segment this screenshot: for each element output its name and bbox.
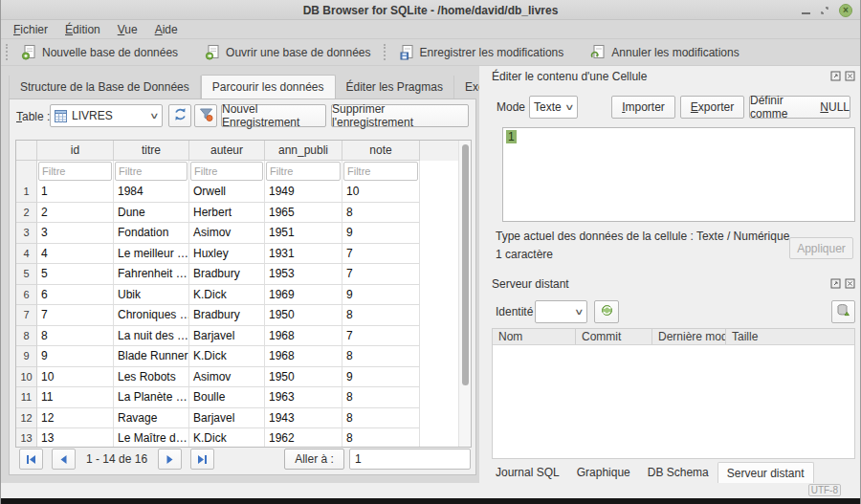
- cell[interactable]: Le Maître d…: [114, 428, 189, 448]
- cell[interactable]: 7: [342, 326, 420, 347]
- cell[interactable]: 8: [342, 387, 420, 408]
- cell[interactable]: 11: [37, 387, 114, 408]
- cell[interactable]: 3: [37, 223, 114, 244]
- cell[interactable]: 8: [342, 203, 420, 224]
- toolbar-handle[interactable]: [384, 44, 386, 60]
- close-panel-icon[interactable]: [845, 71, 855, 81]
- filter-input-auteur[interactable]: [190, 162, 263, 181]
- close-icon[interactable]: ×: [839, 4, 852, 17]
- float-panel-icon[interactable]: [830, 278, 841, 289]
- minimize-icon[interactable]: [802, 6, 810, 14]
- row-number[interactable]: 9: [16, 346, 37, 367]
- cell[interactable]: Asimov: [189, 223, 265, 244]
- cell[interactable]: 2: [37, 203, 114, 224]
- row-number[interactable]: 11: [16, 387, 37, 408]
- cell[interactable]: 4: [37, 244, 114, 265]
- cell[interactable]: 9: [342, 285, 420, 306]
- cell[interactable]: 6: [37, 285, 114, 306]
- cell[interactable]: 1950: [265, 367, 342, 388]
- mode-select[interactable]: Texte ∨: [529, 96, 578, 119]
- cell[interactable]: 9: [342, 367, 420, 388]
- cell[interactable]: K.Dick: [189, 346, 265, 367]
- filter-input-id[interactable]: [38, 162, 112, 181]
- cell[interactable]: Chroniques …: [114, 305, 189, 326]
- cell[interactable]: 9: [342, 223, 420, 244]
- open-database-button[interactable]: Ouvrir une base de données: [197, 41, 378, 63]
- goto-input[interactable]: 1: [349, 449, 471, 470]
- row-number[interactable]: 5: [16, 264, 37, 285]
- cell[interactable]: Fondation: [114, 223, 189, 244]
- remote-column-nom[interactable]: Nom: [493, 329, 576, 344]
- new-database-button[interactable]: Nouvelle base de données: [13, 41, 186, 63]
- table-select[interactable]: LIVRES ∨: [50, 104, 163, 127]
- filter-input-titre[interactable]: [115, 162, 188, 181]
- close-panel-icon[interactable]: [845, 278, 855, 289]
- tab-browse-data[interactable]: Parcourir les données: [201, 75, 336, 99]
- cell[interactable]: 1950: [265, 305, 342, 326]
- menu-aide[interactable]: Aide: [146, 21, 187, 38]
- tab-structure[interactable]: Structure de la Base de Données: [9, 76, 201, 99]
- remote-column-commit[interactable]: Commit: [576, 329, 652, 344]
- cell[interactable]: 13: [37, 428, 114, 448]
- column-header-ann-publi[interactable]: ann_publi: [265, 141, 342, 161]
- row-number[interactable]: 4: [16, 244, 37, 265]
- cell[interactable]: Blade Runner: [114, 346, 189, 367]
- cell[interactable]: 1953: [265, 264, 342, 285]
- tab-serveur-distant[interactable]: Serveur distant: [718, 462, 814, 483]
- cell[interactable]: 8: [37, 326, 114, 347]
- encoding-badge[interactable]: UTF-8: [808, 484, 841, 496]
- revert-changes-button[interactable]: Annuler les modifications: [583, 41, 746, 63]
- cell[interactable]: 1962: [265, 428, 342, 448]
- remote-column-taille[interactable]: Taille: [726, 329, 854, 344]
- cell[interactable]: 1951: [265, 223, 342, 244]
- cell[interactable]: K.Dick: [189, 285, 265, 306]
- cell[interactable]: Dune: [114, 203, 189, 224]
- cell[interactable]: 8: [342, 305, 420, 326]
- cell[interactable]: Herbert: [189, 203, 265, 224]
- toolbar-handle[interactable]: [6, 44, 9, 60]
- grid-vertical-scrollbar[interactable]: [458, 141, 471, 447]
- cell[interactable]: Orwell: [189, 182, 265, 203]
- filter-input-note[interactable]: [343, 162, 418, 181]
- row-number[interactable]: 3: [16, 223, 37, 244]
- cell[interactable]: Le meilleur …: [114, 244, 189, 265]
- row-number[interactable]: 13: [16, 428, 37, 448]
- export-button[interactable]: Exporter: [680, 96, 744, 119]
- cell[interactable]: Barjavel: [189, 408, 265, 429]
- column-header-auteur[interactable]: auteur: [189, 141, 265, 161]
- row-number[interactable]: 10: [16, 367, 37, 388]
- cell[interactable]: 1965: [265, 203, 342, 224]
- previous-page-button[interactable]: [52, 449, 76, 470]
- cell[interactable]: 8: [342, 408, 420, 429]
- cell[interactable]: 10: [37, 367, 114, 388]
- cell[interactable]: 8: [342, 428, 420, 448]
- apply-button[interactable]: Appliquer: [789, 237, 853, 259]
- column-header-id[interactable]: id: [37, 141, 114, 161]
- row-number[interactable]: 2: [16, 203, 37, 224]
- cell[interactable]: 9: [37, 346, 114, 367]
- tab-edit-pragmas[interactable]: Éditer les Pragmas: [336, 76, 454, 99]
- cell[interactable]: 1931: [265, 244, 342, 265]
- cell[interactable]: 1968: [265, 326, 342, 347]
- first-page-button[interactable]: [19, 449, 43, 470]
- cell[interactable]: 7: [342, 244, 420, 265]
- row-number[interactable]: 1: [16, 182, 37, 203]
- float-panel-icon[interactable]: [830, 71, 841, 81]
- row-number[interactable]: 7: [16, 305, 37, 326]
- row-number[interactable]: 8: [16, 326, 37, 347]
- column-header-titre[interactable]: titre: [114, 141, 189, 161]
- cell[interactable]: Les Robots: [114, 367, 189, 388]
- menu-fichier[interactable]: Fichier: [5, 21, 56, 38]
- column-header-note[interactable]: note: [342, 141, 420, 161]
- reload-remote-button[interactable]: [594, 300, 619, 323]
- last-page-button[interactable]: [190, 449, 214, 470]
- cell[interactable]: Barjavel: [189, 326, 265, 347]
- cell[interactable]: Ubik: [114, 285, 189, 306]
- cell[interactable]: 5: [37, 264, 114, 285]
- cell[interactable]: 1968: [265, 346, 342, 367]
- save-changes-button[interactable]: Enregistrer les modifications: [391, 41, 572, 63]
- cell[interactable]: 1969: [265, 285, 342, 306]
- identity-select[interactable]: ∨: [535, 300, 587, 323]
- cell[interactable]: Asimov: [189, 367, 265, 388]
- cell[interactable]: La Planète …: [114, 387, 189, 408]
